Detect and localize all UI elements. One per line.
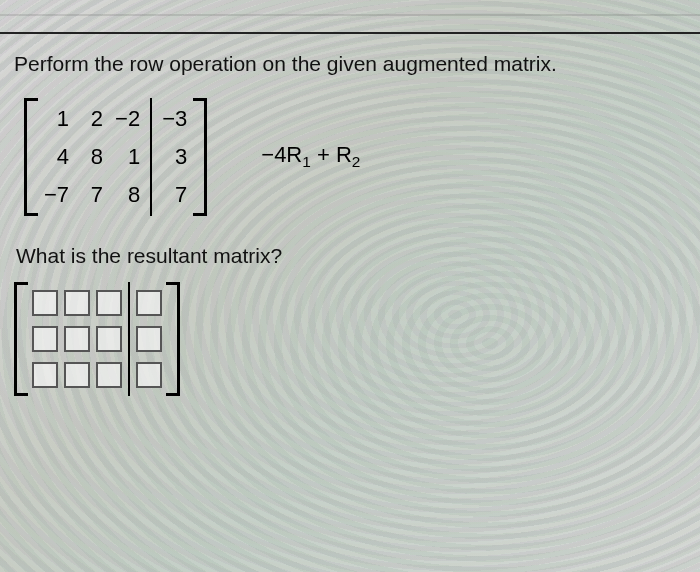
matrix-cell: 8 <box>81 146 103 168</box>
matrix-cell: 1 <box>118 146 140 168</box>
answer-input[interactable] <box>96 290 122 316</box>
matrix-cell: 8 <box>118 184 140 206</box>
answer-input[interactable] <box>32 362 58 388</box>
matrix-cell: 7 <box>81 184 103 206</box>
matrix-cell: 1 <box>47 108 69 130</box>
given-matrix: 1 4 −7 2 8 7 −2 1 8 <box>24 98 207 216</box>
matrix-cell: 4 <box>47 146 69 168</box>
matrix-body: 1 4 −7 2 8 7 −2 1 8 <box>38 98 193 216</box>
answer-input[interactable] <box>64 290 90 316</box>
answer-input[interactable] <box>136 362 162 388</box>
matrix-cell: 3 <box>165 146 187 168</box>
op-sub: 2 <box>352 154 361 171</box>
answer-left-block <box>32 290 122 388</box>
matrix-cell: −3 <box>162 108 187 130</box>
op-part: + R <box>311 142 352 167</box>
matrix-left-block: 1 4 −7 2 8 7 −2 1 8 <box>44 108 140 206</box>
answer-input[interactable] <box>32 290 58 316</box>
op-part: −4R <box>261 142 302 167</box>
augment-separator <box>150 98 152 216</box>
answer-input[interactable] <box>96 326 122 352</box>
matrix-cell: −7 <box>44 184 69 206</box>
answer-input[interactable] <box>136 290 162 316</box>
answer-input[interactable] <box>136 326 162 352</box>
right-bracket <box>193 98 207 216</box>
row-operation-expression: −4R1 + R2 <box>261 142 360 171</box>
augment-separator <box>128 282 130 396</box>
answer-matrix-body <box>28 282 166 396</box>
problem-content: Perform the row operation on the given a… <box>0 0 700 396</box>
left-bracket <box>24 98 38 216</box>
matrix-right-block: −3 3 7 <box>162 108 187 206</box>
question-text: What is the resultant matrix? <box>16 244 686 268</box>
matrix-and-operation-row: 1 4 −7 2 8 7 −2 1 8 <box>24 98 686 216</box>
answer-matrix <box>14 282 686 396</box>
instruction-text: Perform the row operation on the given a… <box>14 52 686 76</box>
right-bracket <box>166 282 180 396</box>
op-sub: 1 <box>302 154 311 171</box>
answer-input[interactable] <box>64 326 90 352</box>
matrix-cell: 2 <box>81 108 103 130</box>
answer-input[interactable] <box>32 326 58 352</box>
matrix-cell: −2 <box>115 108 140 130</box>
left-bracket <box>14 282 28 396</box>
answer-right-block <box>136 290 162 388</box>
matrix-cell: 7 <box>165 184 187 206</box>
answer-input[interactable] <box>96 362 122 388</box>
answer-input[interactable] <box>64 362 90 388</box>
